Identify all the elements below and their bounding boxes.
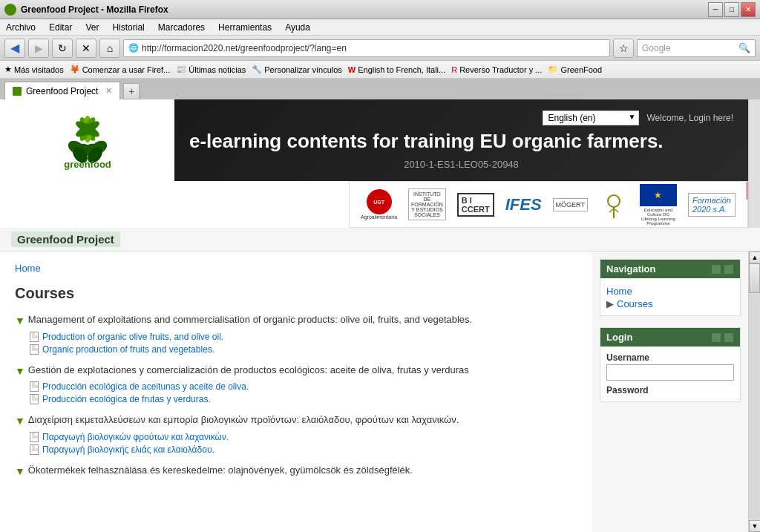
- tab-favicon: [13, 87, 22, 96]
- course-sub-item-1-1[interactable]: Production of organic olive fruits, and …: [30, 332, 577, 342]
- new-tab-button[interactable]: +: [123, 83, 140, 99]
- menu-ver[interactable]: Ver: [82, 22, 102, 33]
- scroll-down-button[interactable]: ▼: [749, 520, 760, 532]
- tab-label: Greenfood Project: [26, 86, 98, 96]
- site-title-badge: Greenfood Project: [11, 231, 120, 247]
- course-group-3: ▼ Διαχείριση εκμεταλλεύσεων και εμπορία …: [15, 413, 577, 455]
- bookmark-personalizar[interactable]: 🔧 Personalizar vínculos: [252, 65, 342, 74]
- close-button[interactable]: ✕: [741, 2, 756, 17]
- tab-close-icon[interactable]: ✕: [105, 86, 112, 96]
- menu-historial[interactable]: Historial: [109, 22, 147, 33]
- partner-eu: ★ Education and Culture DGLifelong Learn…: [640, 188, 677, 221]
- browser-favicon: [4, 4, 16, 16]
- menu-ayuda[interactable]: Ayuda: [282, 22, 313, 33]
- bookmark-greenfood[interactable]: 📁 GreenFood: [548, 65, 602, 74]
- breadcrumb: Home: [15, 263, 577, 274]
- site-logo-area: greenfood: [0, 99, 174, 181]
- course-sub-item-2-2[interactable]: Producción ecológica de frutas y verdura…: [30, 394, 577, 404]
- page-scrollbar[interactable]: ▲ ▼: [748, 252, 760, 532]
- main-layout: Home Courses ▼ Management of exploitatio…: [0, 252, 760, 532]
- courses-arrow-icon: ▶: [606, 298, 614, 309]
- welcome-text: Welcome, Login here!: [646, 113, 733, 123]
- navigation-block-content: Home ▶ Courses: [600, 278, 740, 315]
- navigation-label: Navigation: [606, 263, 655, 275]
- tagline-text: e-learning contents for training EU orga…: [189, 129, 733, 154]
- course-main-3[interactable]: ▼ Διαχείριση εκμεταλλεύσεων και εμπορία …: [15, 413, 577, 429]
- site-tagline: e-learning contents for training EU orga…: [189, 129, 733, 170]
- partners-section: UGT Agroalimentaria INSTITUTO DE FORMACI…: [0, 181, 760, 228]
- nav-block-icon-2[interactable]: [724, 264, 734, 275]
- login-block-icon-2[interactable]: [724, 332, 734, 343]
- course-sub-item-3-1[interactable]: Παραγωγή βιολογικών φρούτων και λαχανικώ…: [30, 432, 577, 442]
- scroll-thumb[interactable]: [749, 263, 760, 293]
- course-sub-item-2-1[interactable]: Producción ecológica de aceitunas y acei…: [30, 381, 577, 392]
- nav-block-icon-1[interactable]: [711, 264, 721, 275]
- project-id: 2010-1-ES1-LEO05-20948: [189, 159, 733, 170]
- sidebar: Navigation Home ▶ Courses Lo: [592, 252, 748, 532]
- bookmark-noticias-icon: 📰: [176, 65, 186, 74]
- bookmark-mas-visitados[interactable]: ★ Más visitados: [4, 65, 64, 74]
- menu-marcadores[interactable]: Marcadores: [155, 22, 208, 33]
- search-icon[interactable]: 🔍: [738, 42, 750, 53]
- minimize-button[interactable]: ─: [708, 2, 723, 17]
- window-controls: ─ □ ✕: [708, 2, 756, 17]
- course-sub-3: Παραγωγή βιολογικών φρούτων και λαχανικώ…: [30, 432, 577, 455]
- course-arrow-3: ▼: [15, 414, 25, 429]
- bookmarks-bar: ★ Más visitados 🦊 Comenzar a usar Firef.…: [0, 61, 760, 79]
- partner-biocert: B I CCERT: [457, 188, 494, 221]
- course-main-4[interactable]: ▼ Ökotermékek felhasználása és kereskede…: [15, 464, 577, 479]
- menu-editar[interactable]: Editar: [46, 22, 75, 33]
- login-block-icons: [711, 332, 734, 343]
- partner-instituto: INSTITUTO DE FORMACIÓN Y ESTUDIOS SOCIAL…: [408, 188, 446, 221]
- back-button[interactable]: ◀: [4, 39, 25, 58]
- course-group-4: ▼ Ökotermékek felhasználása és kereskede…: [15, 464, 577, 479]
- breadcrumb-home-link[interactable]: Home: [15, 263, 41, 274]
- course-sub-item-3-2[interactable]: Παραγωγή βιολογικής ελιάς και ελαιολάδου…: [30, 444, 577, 455]
- lang-select-wrapper[interactable]: English (en): [543, 111, 639, 125]
- menu-herramientas[interactable]: Herramientas: [215, 22, 275, 33]
- partners-scrollbar[interactable]: [748, 181, 760, 228]
- course-main-2[interactable]: ▼ Gestión de explotaciones y comercializ…: [15, 364, 577, 379]
- reload-button[interactable]: ↻: [52, 39, 73, 58]
- scroll-up-button[interactable]: ▲: [749, 252, 760, 263]
- course-sub-item-1-2[interactable]: Organic production of fruits and vegetab…: [30, 344, 577, 355]
- bookmark-reverso[interactable]: R Reverso Traductor y ...: [451, 65, 542, 74]
- partners-bar: UGT Agroalimentaria INSTITUTO DE FORMACI…: [349, 181, 748, 228]
- star-button[interactable]: ☆: [613, 39, 634, 58]
- bookmark-firefox[interactable]: 🦊 Comenzar a usar Firef...: [70, 65, 171, 74]
- address-bar[interactable]: 🌐 http://formacion2020.net/greenfoodproj…: [123, 39, 610, 57]
- course-group-2: ▼ Gestión de explotaciones y comercializ…: [15, 364, 577, 405]
- password-label: Password: [606, 385, 734, 395]
- stop-button[interactable]: ✕: [76, 39, 96, 58]
- tab-greenfood[interactable]: Greenfood Project ✕: [4, 82, 120, 99]
- course-arrow-2: ▼: [15, 364, 25, 379]
- course-arrow-1: ▼: [15, 314, 25, 329]
- greenfood-logo: greenfood: [32, 107, 143, 174]
- bookmark-reverso-icon: R: [451, 65, 457, 74]
- tab-bar: Greenfood Project ✕ +: [0, 79, 760, 99]
- partner-ugt: UGT Agroalimentaria: [361, 188, 397, 221]
- svg-point-12: [608, 195, 620, 207]
- bookmark-english[interactable]: W English to French, Itali...: [348, 65, 445, 74]
- partner-ifes: IFES: [505, 188, 542, 221]
- navigation-block: Navigation Home ▶ Courses: [600, 259, 741, 316]
- username-input[interactable]: [606, 364, 734, 381]
- maximize-button[interactable]: □: [724, 2, 739, 17]
- home-button[interactable]: ⌂: [99, 39, 120, 58]
- bookmark-mas-visitados-icon: ★: [4, 65, 12, 74]
- menu-archivo[interactable]: Archivo: [3, 22, 39, 33]
- course-title-3: Διαχείριση εκμεταλλεύσεων και εμπορία βι…: [28, 413, 459, 427]
- nav-courses-link[interactable]: ▶ Courses: [606, 298, 734, 309]
- forward-button[interactable]: ▶: [28, 39, 49, 58]
- bookmark-noticias[interactable]: 📰 Últimas noticias: [176, 65, 246, 74]
- header-scrollbar[interactable]: [748, 99, 760, 181]
- nav-home-link[interactable]: Home: [606, 284, 734, 298]
- scroll-track[interactable]: [749, 263, 760, 520]
- language-select[interactable]: English (en): [543, 111, 639, 125]
- login-block-icon-1[interactable]: [711, 332, 721, 343]
- course-main-1[interactable]: ▼ Management of exploitations and commer…: [15, 313, 577, 329]
- partners-logo-spacer: [0, 181, 174, 228]
- site-header-right: English (en) Welcome, Login here! e-lear…: [174, 99, 748, 181]
- breadcrumb-section: Greenfood Project: [0, 228, 760, 252]
- doc-icon-1-2: [30, 344, 39, 355]
